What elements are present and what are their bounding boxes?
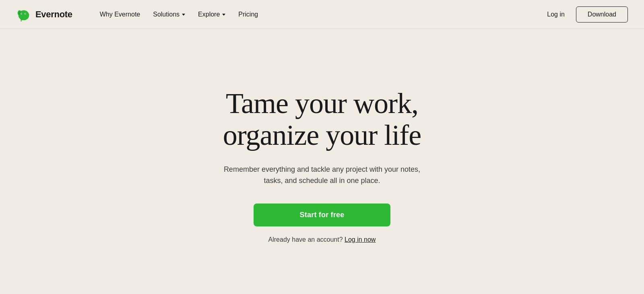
svg-point-6 bbox=[25, 13, 26, 14]
download-button[interactable]: Download bbox=[576, 6, 628, 23]
logo-text: Evernote bbox=[35, 9, 72, 20]
svg-point-4 bbox=[21, 13, 22, 14]
nav-link-solutions[interactable]: Solutions bbox=[148, 8, 190, 21]
nav-link-pricing[interactable]: Pricing bbox=[233, 8, 263, 21]
hero-section: Tame your work, organize your life Remem… bbox=[0, 29, 644, 294]
nav-right-actions: Log in Download bbox=[542, 6, 628, 23]
account-prompt-text: Already have an account? Log in now bbox=[268, 236, 376, 243]
nav-link-explore[interactable]: Explore bbox=[193, 8, 230, 21]
navbar: Evernote Why Evernote Solutions Explore … bbox=[0, 0, 644, 29]
evernote-logo-icon bbox=[16, 7, 31, 22]
nav-links: Why Evernote Solutions Explore Pricing bbox=[95, 8, 263, 21]
login-now-link[interactable]: Log in now bbox=[345, 236, 376, 243]
logo-link[interactable]: Evernote bbox=[16, 7, 72, 22]
hero-title: Tame your work, organize your life bbox=[223, 88, 421, 151]
hero-subtitle: Remember everything and tackle any proje… bbox=[217, 164, 427, 187]
start-free-button[interactable]: Start for free bbox=[254, 204, 390, 226]
login-link[interactable]: Log in bbox=[542, 8, 570, 21]
svg-point-2 bbox=[19, 11, 21, 15]
explore-chevron-icon bbox=[222, 14, 225, 16]
nav-link-why-evernote[interactable]: Why Evernote bbox=[95, 8, 145, 21]
solutions-chevron-icon bbox=[182, 14, 185, 16]
